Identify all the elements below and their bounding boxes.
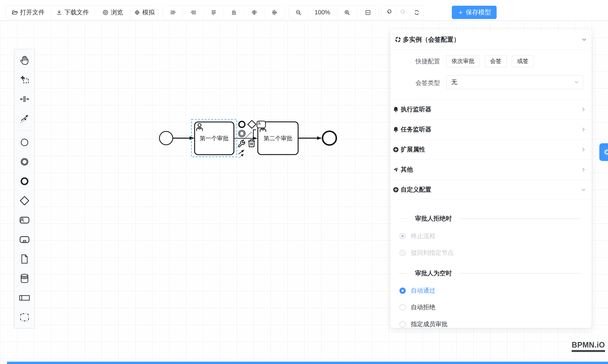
align-middle-vertical-icon <box>271 9 278 16</box>
hand-tool[interactable] <box>14 51 35 70</box>
section-extension-properties[interactable]: 扩展属性 <box>391 140 592 159</box>
bell-icon <box>393 106 399 113</box>
radio-label: 自动拒绝 <box>411 303 435 312</box>
chevron-right-icon <box>581 167 586 172</box>
save-model-button[interactable]: ＋ 保存模型 <box>452 6 497 19</box>
align-top-button[interactable] <box>203 6 224 19</box>
undo-icon <box>386 9 392 16</box>
align-right-button[interactable] <box>183 6 203 19</box>
zoom-level-value: 100% <box>315 9 330 16</box>
preview-button[interactable]: 浏览 <box>95 6 131 19</box>
lasso-tool[interactable] <box>14 70 35 89</box>
task-first-approval[interactable]: 第一个审批 <box>195 122 234 155</box>
append-intermediate-event-icon[interactable] <box>238 130 245 137</box>
fit-viewport-button[interactable] <box>357 6 379 19</box>
section-execution-listener[interactable]: 执行监听器 <box>391 100 592 119</box>
append-user-task-icon[interactable] <box>257 121 266 128</box>
radio-terminate-process[interactable]: 终止流程 <box>399 232 435 240</box>
gateway-icon <box>19 195 30 207</box>
radio-auto-pass[interactable]: 自动通过 <box>399 287 435 295</box>
task-label: 第一个审批 <box>200 135 229 142</box>
zoom-in-button[interactable] <box>337 6 357 19</box>
sign-type-label: 会签类型 <box>391 79 440 87</box>
trash-icon[interactable] <box>248 140 255 147</box>
radio-icon <box>399 250 406 256</box>
download-file-button[interactable]: 下载文件 <box>50 6 95 19</box>
chevron-down-icon <box>581 187 586 192</box>
zoom-level[interactable]: 100% <box>308 6 337 19</box>
history-toolbar <box>382 6 424 19</box>
radio-label: 终止流程 <box>411 232 435 240</box>
sub-process-icon <box>19 234 30 246</box>
append-end-event-icon[interactable] <box>239 121 245 127</box>
create-start-event[interactable] <box>14 133 35 152</box>
refresh-button[interactable] <box>410 6 423 19</box>
chevron-down-icon <box>574 80 579 85</box>
global-connect-tool[interactable] <box>14 109 35 128</box>
divider <box>391 200 592 200</box>
chip-icon <box>134 9 140 16</box>
divider <box>399 219 407 219</box>
lasso-icon <box>19 74 30 86</box>
zoom-toolbar: 100% <box>289 6 379 19</box>
create-data-object[interactable] <box>14 249 35 269</box>
wrench-icon[interactable] <box>238 141 245 147</box>
start-event-icon <box>19 136 30 148</box>
quick-config-sequential-button[interactable]: 依次审批 <box>446 55 480 67</box>
radio-assign-member[interactable]: 指定成员审批 <box>399 321 448 328</box>
multi-instance-header[interactable]: 多实例（会签配置） <box>395 33 587 46</box>
properties-panel: 多实例（会签配置） 快捷配置 依次审批 会签 或签 会签类型 无 执行监听器 <box>391 30 592 328</box>
redo-button[interactable] <box>396 6 410 19</box>
align-toolbar <box>163 6 285 19</box>
create-intermediate-event[interactable] <box>14 152 35 171</box>
file-toolbar: 打开文件 下载文件 浏览 模拟 <box>6 6 158 19</box>
quick-config-countersign-button[interactable]: 会签 <box>485 55 507 67</box>
create-data-store[interactable] <box>14 269 35 288</box>
align-bottom-button[interactable] <box>224 6 244 19</box>
create-group[interactable] <box>14 308 35 327</box>
undo-button[interactable] <box>382 6 396 19</box>
align-top-icon <box>211 9 217 16</box>
section-custom-config[interactable]: 自定义配置 <box>391 180 592 200</box>
plus-circle-icon <box>393 146 399 153</box>
panel-title: 多实例（会签配置） <box>403 35 460 44</box>
connect-icon[interactable] <box>238 150 244 158</box>
create-end-event[interactable] <box>14 171 35 191</box>
radio-return-to-node[interactable]: 驳回到指定节点 <box>399 249 454 257</box>
end-event-icon <box>19 175 30 187</box>
align-middle-button[interactable] <box>264 6 285 19</box>
open-file-button[interactable]: 打开文件 <box>6 6 50 19</box>
align-center-button[interactable] <box>244 6 264 19</box>
create-user-task[interactable] <box>14 210 35 230</box>
create-gateway[interactable] <box>14 191 35 210</box>
align-left-button[interactable] <box>163 6 183 19</box>
sign-type-select[interactable]: 无 <box>446 75 583 89</box>
quick-config-orsign-button[interactable]: 或签 <box>512 55 534 67</box>
chevron-right-icon <box>581 127 586 132</box>
append-gateway-icon[interactable] <box>248 120 256 128</box>
zoom-out-button[interactable] <box>289 6 308 19</box>
reject-group-header: 审批人拒绝时 <box>399 215 580 222</box>
chevron-right-icon <box>581 147 586 152</box>
empty-group-title: 审批人为空时 <box>415 269 452 278</box>
section-label: 其他 <box>401 165 413 174</box>
section-task-listener[interactable]: 任务监听器 <box>391 119 592 139</box>
align-center-horizontal-icon <box>251 9 257 16</box>
bpmn-io-watermark[interactable]: BPMN.iO <box>572 340 605 352</box>
simulate-button[interactable]: 模拟 <box>131 6 158 19</box>
chevron-down-icon[interactable] <box>582 37 587 42</box>
quick-config-label: 快捷配置 <box>391 57 440 66</box>
start-event-shape[interactable] <box>159 131 173 145</box>
create-participant[interactable] <box>14 288 35 308</box>
fit-viewport-icon <box>365 9 371 16</box>
send-icon <box>393 167 399 173</box>
divider <box>460 273 580 273</box>
download-icon <box>56 9 62 16</box>
settings-tab[interactable] <box>599 143 608 161</box>
create-sub-process[interactable] <box>14 230 35 249</box>
section-other[interactable]: 其他 <box>391 160 592 180</box>
radio-auto-reject[interactable]: 自动拒绝 <box>399 304 435 311</box>
end-event-shape[interactable] <box>322 131 336 145</box>
space-tool[interactable] <box>14 89 35 109</box>
divider <box>460 219 580 219</box>
